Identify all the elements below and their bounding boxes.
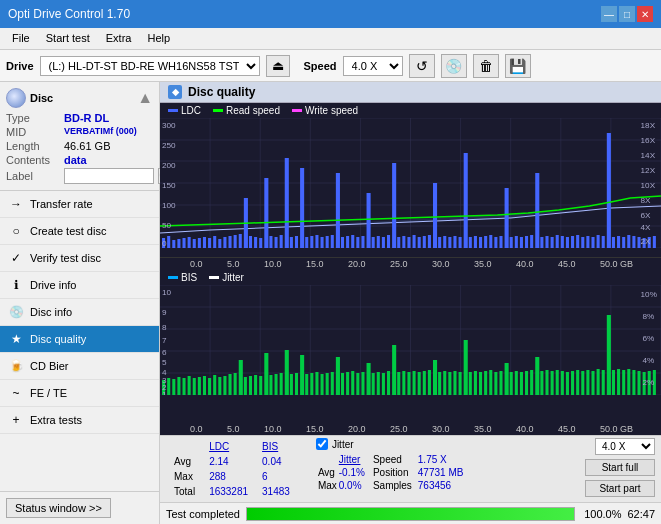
label-input[interactable] bbox=[64, 168, 154, 184]
sidebar-item-verify-test-disc[interactable]: ✓ Verify test disc bbox=[0, 245, 159, 272]
close-button[interactable]: ✕ bbox=[637, 6, 653, 22]
erase-button[interactable]: 🗑 bbox=[473, 54, 499, 78]
svg-rect-177 bbox=[321, 374, 324, 395]
svg-rect-48 bbox=[321, 237, 324, 248]
svg-rect-211 bbox=[494, 372, 497, 395]
svg-text:5: 5 bbox=[162, 358, 167, 367]
svg-rect-75 bbox=[459, 237, 462, 248]
svg-rect-37 bbox=[264, 178, 268, 248]
svg-rect-98 bbox=[576, 235, 579, 248]
sidebar-item-transfer-rate[interactable]: → Transfer rate bbox=[0, 191, 159, 218]
svg-rect-106 bbox=[617, 236, 620, 248]
svg-rect-152 bbox=[193, 378, 196, 395]
disc-type-label: Type bbox=[6, 112, 60, 124]
svg-rect-161 bbox=[239, 360, 243, 395]
svg-rect-239 bbox=[637, 371, 640, 395]
svg-rect-201 bbox=[443, 371, 446, 395]
start-part-button[interactable]: Start part bbox=[585, 480, 655, 497]
sidebar-item-extra-tests[interactable]: + Extra tests bbox=[0, 407, 159, 434]
svg-rect-74 bbox=[453, 236, 456, 248]
svg-rect-107 bbox=[622, 237, 625, 248]
svg-rect-88 bbox=[525, 236, 528, 248]
menu-help[interactable]: Help bbox=[139, 30, 178, 47]
svg-rect-204 bbox=[459, 372, 462, 395]
bis-legend: BIS bbox=[168, 272, 197, 283]
sidebar-item-verify-test-disc-label: Verify test disc bbox=[30, 252, 101, 264]
label-label: Label bbox=[6, 170, 60, 182]
sidebar-item-create-test-disc[interactable]: ○ Create test disc bbox=[0, 218, 159, 245]
total-bis: 31483 bbox=[256, 485, 296, 498]
jitter-legend-dot bbox=[209, 276, 219, 279]
menu-extra[interactable]: Extra bbox=[98, 30, 140, 47]
svg-rect-209 bbox=[484, 371, 487, 395]
eject-button[interactable]: ⏏ bbox=[266, 55, 290, 77]
svg-rect-212 bbox=[499, 371, 502, 395]
svg-rect-180 bbox=[336, 357, 340, 395]
maximize-button[interactable]: □ bbox=[619, 6, 635, 22]
svg-rect-202 bbox=[448, 372, 451, 395]
stats-area: LDC BIS Avg 2.14 0.04 Max 288 6 Total 16… bbox=[160, 435, 661, 502]
svg-rect-233 bbox=[607, 315, 611, 395]
action-speed-select[interactable]: 4.0 X bbox=[595, 438, 655, 455]
svg-rect-54 bbox=[351, 235, 354, 248]
start-full-button[interactable]: Start full bbox=[585, 459, 655, 476]
sidebar-item-fe-te[interactable]: ~ FE / TE bbox=[0, 380, 159, 407]
svg-rect-100 bbox=[586, 236, 589, 248]
svg-rect-113 bbox=[653, 236, 656, 248]
svg-rect-83 bbox=[499, 236, 502, 248]
menu-start-test[interactable]: Start test bbox=[38, 30, 98, 47]
speed-select[interactable]: 4.0 X bbox=[343, 56, 403, 76]
svg-rect-159 bbox=[229, 374, 232, 395]
drive-select[interactable]: (L:) HL-DT-ST BD-RE WH16NS58 TST4 bbox=[40, 56, 260, 76]
svg-text:4%: 4% bbox=[643, 356, 655, 365]
svg-rect-187 bbox=[372, 373, 375, 395]
drive-info-icon: ℹ bbox=[8, 277, 24, 293]
position-value: 47731 MB bbox=[414, 467, 464, 478]
svg-rect-234 bbox=[612, 370, 615, 395]
svg-text:18X: 18X bbox=[641, 121, 656, 130]
svg-rect-192 bbox=[397, 372, 400, 395]
disc-button[interactable]: 💿 bbox=[441, 54, 467, 78]
save-button[interactable]: 💾 bbox=[505, 54, 531, 78]
svg-rect-184 bbox=[356, 373, 359, 395]
svg-text:4X: 4X bbox=[641, 223, 652, 232]
max-bis: 6 bbox=[256, 470, 296, 483]
samples-value: 763456 bbox=[414, 480, 464, 491]
progress-time: 62:47 bbox=[627, 508, 655, 520]
svg-rect-232 bbox=[602, 370, 605, 395]
svg-rect-26 bbox=[208, 238, 211, 248]
read-speed-legend-dot bbox=[213, 109, 223, 112]
sidebar-item-fe-te-label: FE / TE bbox=[30, 387, 67, 399]
svg-rect-182 bbox=[346, 372, 349, 395]
refresh-button[interactable]: ↺ bbox=[409, 54, 435, 78]
svg-rect-90 bbox=[535, 173, 539, 248]
svg-rect-39 bbox=[275, 237, 278, 248]
sidebar-item-disc-quality[interactable]: ★ Disc quality bbox=[0, 326, 159, 353]
svg-rect-72 bbox=[443, 236, 446, 248]
sidebar-item-drive-info[interactable]: ℹ Drive info bbox=[0, 272, 159, 299]
jitter-label: Jitter bbox=[332, 439, 354, 450]
svg-rect-20 bbox=[177, 239, 180, 248]
sidebar-item-create-test-disc-label: Create test disc bbox=[30, 225, 106, 237]
menu-file[interactable]: File bbox=[4, 30, 38, 47]
status-window-button[interactable]: Status window >> bbox=[6, 498, 111, 518]
sidebar-item-disc-info[interactable]: 💿 Disc info bbox=[0, 299, 159, 326]
minimize-button[interactable]: — bbox=[601, 6, 617, 22]
disc-contents-value: data bbox=[64, 154, 87, 166]
window-controls[interactable]: — □ ✕ bbox=[601, 6, 653, 22]
bis-legend-label: BIS bbox=[181, 272, 197, 283]
svg-rect-231 bbox=[597, 369, 600, 395]
svg-rect-214 bbox=[510, 372, 513, 395]
svg-rect-193 bbox=[402, 371, 405, 395]
sidebar-item-cd-bier[interactable]: 🍺 CD Bier bbox=[0, 353, 159, 380]
jitter-checkbox[interactable] bbox=[316, 438, 328, 450]
max-jitter-label: Max bbox=[318, 480, 337, 491]
svg-rect-89 bbox=[530, 235, 533, 248]
svg-rect-80 bbox=[484, 236, 487, 248]
svg-rect-97 bbox=[571, 236, 574, 248]
disc-type-value: BD-R DL bbox=[64, 112, 109, 124]
svg-text:0: 0 bbox=[162, 239, 167, 248]
svg-rect-40 bbox=[280, 235, 283, 248]
svg-rect-229 bbox=[586, 370, 589, 395]
svg-rect-64 bbox=[402, 236, 405, 248]
